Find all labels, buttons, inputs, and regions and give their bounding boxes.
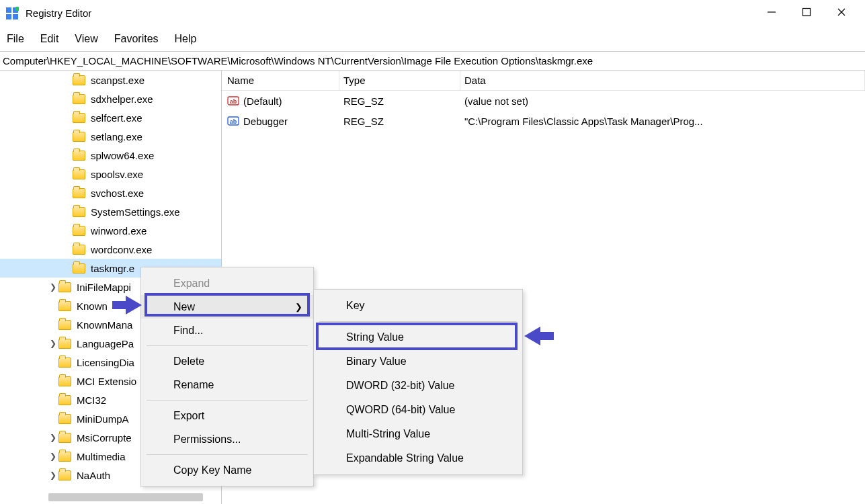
separator [319, 321, 517, 322]
menu-bar: File Edit View Favorites Help [0, 27, 865, 51]
tree-horizontal-scrollbar[interactable] [48, 493, 203, 501]
tree-item-label: MCI Extensio [77, 376, 136, 387]
column-header-name[interactable]: Name [222, 71, 339, 90]
maximize-button[interactable] [802, 7, 811, 19]
tree-item[interactable]: splwow64.exe [0, 146, 221, 165]
tree-item[interactable]: winword.exe [0, 221, 221, 240]
value-name: (Default) [243, 95, 282, 107]
chevron-right-icon[interactable]: ❯ [48, 282, 58, 292]
cm-export[interactable]: Export [141, 404, 313, 427]
separator [147, 454, 308, 455]
svg-rect-3 [13, 14, 18, 19]
folder-icon [73, 188, 85, 198]
svg-marker-14 [524, 327, 554, 345]
tree-item[interactable]: selfcert.exe [0, 108, 221, 127]
folder-icon [73, 207, 85, 217]
annotation-arrow-icon [523, 324, 555, 348]
cm-new-binary[interactable]: Binary Value [314, 349, 522, 374]
folder-icon [58, 339, 71, 349]
menu-favorites[interactable]: Favorites [114, 33, 159, 45]
svg-rect-2 [6, 14, 11, 19]
column-header-type[interactable]: Type [339, 71, 460, 90]
cm-copy-key-name[interactable]: Copy Key Name [141, 458, 313, 482]
menu-edit[interactable]: Edit [40, 33, 59, 45]
folder-icon [58, 320, 71, 330]
address-bar[interactable]: Computer\HKEY_LOCAL_MACHINE\SOFTWARE\Mic… [0, 51, 865, 71]
tree-item-label: taskmgr.e [91, 263, 134, 274]
tree-item[interactable]: setlang.exe [0, 127, 221, 146]
chevron-right-icon[interactable]: ❯ [48, 433, 58, 442]
value-data: (value not set) [460, 95, 865, 107]
menu-file[interactable]: File [7, 33, 24, 45]
tree-item[interactable]: SystemSettings.exe [0, 202, 221, 221]
folder-icon [73, 226, 85, 236]
cm-expand: Expand [141, 271, 313, 295]
tree-item-label: MCI32 [77, 394, 106, 406]
svg-text:ab: ab [230, 118, 237, 125]
cm-find[interactable]: Find... [141, 319, 313, 342]
value-name: Debugger [243, 116, 288, 127]
cm-new-string[interactable]: String Value [314, 325, 522, 349]
close-button[interactable] [837, 7, 846, 19]
separator [147, 400, 308, 401]
chevron-right-icon: ❯ [295, 302, 302, 312]
cm-new-qword[interactable]: QWORD (64-bit) Value [314, 398, 522, 422]
folder-icon [58, 301, 71, 311]
tree-item[interactable]: svchost.exe [0, 183, 221, 202]
svg-text:ab: ab [230, 98, 237, 105]
annotation-arrow-icon [111, 293, 143, 317]
cm-new-key[interactable]: Key [314, 294, 522, 318]
folder-icon [73, 151, 85, 161]
menu-view[interactable]: View [75, 33, 97, 45]
folder-icon [58, 433, 71, 443]
value-type: REG_SZ [339, 95, 460, 107]
cm-new-multistring[interactable]: Multi-String Value [314, 422, 522, 446]
tree-item[interactable]: sdxhelper.exe [0, 89, 221, 108]
separator [147, 345, 308, 346]
value-row[interactable]: abDebuggerREG_SZ"C:\Program Files\Classi… [222, 111, 865, 131]
value-row[interactable]: ab(Default)REG_SZ(value not set) [222, 91, 865, 111]
svg-rect-4 [15, 7, 19, 11]
menu-help[interactable]: Help [175, 33, 197, 45]
cm-rename[interactable]: Rename [141, 373, 313, 396]
tree-item-label: winword.exe [91, 225, 147, 237]
tree-item-label: MiniDumpA [77, 413, 129, 425]
tree-item-label: KnownMana [77, 319, 132, 331]
svg-rect-6 [803, 8, 811, 15]
tree-item-label: setlang.exe [91, 131, 142, 142]
context-menu-key: Expand New❯ Find... Delete Rename Export… [140, 267, 314, 487]
chevron-right-icon[interactable]: ❯ [48, 470, 58, 480]
title-bar: Registry Editor [0, 0, 865, 27]
column-header-data[interactable]: Data [460, 71, 865, 90]
folder-icon [58, 470, 71, 480]
string-value-icon: ab [227, 115, 239, 127]
tree-item[interactable]: wordconv.exe [0, 240, 221, 259]
folder-icon [58, 452, 71, 462]
tree-item-label: NaAuth [77, 470, 110, 481]
tree-item-label: LicensingDia [77, 357, 134, 368]
cm-new-dword[interactable]: DWORD (32-bit) Value [314, 374, 522, 398]
folder-icon [73, 169, 85, 179]
cm-new-expandable[interactable]: Expandable String Value [314, 446, 522, 470]
tree-item-label: LanguagePa [77, 338, 134, 349]
tree-item[interactable]: spoolsv.exe [0, 165, 221, 183]
folder-icon [73, 113, 85, 123]
string-value-icon: ab [227, 95, 239, 107]
cm-permissions[interactable]: Permissions... [141, 427, 313, 451]
cm-new[interactable]: New❯ [141, 295, 313, 319]
tree-item-label: Known [77, 300, 108, 312]
minimize-button[interactable] [767, 7, 776, 19]
folder-icon [73, 132, 85, 142]
chevron-right-icon[interactable]: ❯ [48, 339, 58, 348]
tree-item-label: Multimedia [77, 451, 126, 462]
window-title: Registry Editor [26, 7, 91, 19]
svg-rect-0 [6, 7, 11, 13]
svg-marker-13 [112, 296, 142, 314]
cm-delete[interactable]: Delete [141, 349, 313, 373]
chevron-right-icon[interactable]: ❯ [48, 452, 58, 461]
folder-icon [73, 75, 85, 85]
window-controls [767, 7, 860, 19]
tree-item[interactable]: scanpst.exe [0, 71, 221, 89]
folder-icon [73, 94, 85, 104]
value-type: REG_SZ [339, 116, 460, 127]
